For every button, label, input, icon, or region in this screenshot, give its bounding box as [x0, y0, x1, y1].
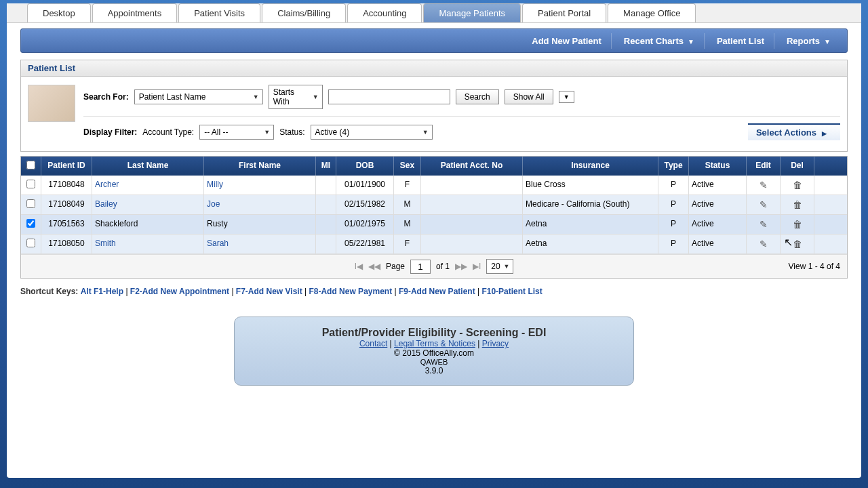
trash-icon[interactable]: 🗑	[793, 180, 802, 190]
shortcuts-label: Shortcut Keys:	[20, 287, 78, 296]
copyright-text: © 2015 OfficeAlly.com	[244, 348, 624, 358]
main-tabs: DesktopAppointmentsPatient VisitsClaims/…	[7, 3, 861, 23]
cell-acct	[421, 195, 523, 214]
table-row: 17108048ArcherMilly01/01/1900FBlue Cross…	[21, 176, 847, 195]
table-row: 17108050SmithSarah05/22/1981FAetnaPActiv…	[21, 235, 847, 254]
search-options-dropdown[interactable]: ▼	[559, 91, 574, 103]
col-type[interactable]: Type	[658, 157, 689, 176]
search-field-select[interactable]: Patient Last Name	[134, 89, 263, 104]
panel-title: Patient List	[21, 60, 847, 77]
row-checkbox[interactable]	[26, 239, 35, 247]
cell-first-name[interactable]: Joe	[207, 199, 220, 209]
cell-last-name[interactable]: Bailey	[95, 199, 117, 209]
first-page-icon[interactable]: I◀	[355, 262, 363, 271]
cell-last-name[interactable]: Archer	[95, 180, 119, 189]
select-all-checkbox[interactable]	[26, 161, 35, 169]
per-page-select[interactable]: 20	[486, 259, 513, 274]
shortcut-keys: Shortcut Keys: Alt F1-Help | F2-Add New …	[20, 287, 848, 296]
pencil-icon[interactable]: ✎	[760, 199, 768, 210]
cell-dob: 01/01/1900	[336, 176, 394, 195]
shortcut-link[interactable]: F8-Add New Payment	[309, 287, 392, 296]
search-button[interactable]: Search	[456, 89, 499, 104]
cell-sex: F	[394, 176, 421, 195]
reports-button[interactable]: Reports▼	[777, 33, 840, 49]
pencil-icon[interactable]: ✎	[760, 180, 768, 190]
status-label: Status:	[279, 127, 304, 137]
col-status[interactable]: Status	[689, 157, 747, 176]
col-insurance[interactable]: Insurance	[523, 157, 658, 176]
cell-dob: 01/02/1975	[336, 215, 394, 234]
account-type-select[interactable]: -- All --	[199, 125, 274, 140]
patient-list-button[interactable]: Patient List	[707, 33, 774, 49]
cell-mi	[316, 235, 336, 253]
grid-header: Patient ID Last Name First Name MI DOB S…	[21, 157, 847, 176]
version-text: 3.9.0	[244, 366, 624, 375]
cell-last-name: Shackleford	[95, 219, 138, 228]
shortcut-link[interactable]: F2-Add New Appointment	[130, 287, 229, 296]
select-actions-button[interactable]: Select Actions	[748, 123, 840, 140]
cell-mi	[316, 215, 336, 234]
shortcut-link[interactable]: Alt F1-Help	[81, 287, 123, 296]
tab-appointments[interactable]: Appointments	[92, 3, 178, 22]
tab-claims-billing[interactable]: Claims/Billing	[262, 3, 346, 22]
pencil-icon[interactable]: ✎	[760, 239, 768, 249]
server-text: QAWEB	[244, 358, 624, 366]
pencil-icon[interactable]: ✎	[760, 219, 768, 230]
chevron-down-icon: ▼	[824, 38, 831, 45]
cell-insurance: Blue Cross	[523, 176, 658, 195]
search-input[interactable]	[328, 89, 450, 104]
row-checkbox[interactable]	[26, 219, 35, 228]
decorative-image	[28, 85, 75, 122]
cell-first-name[interactable]: Milly	[207, 180, 223, 189]
col-first-name[interactable]: First Name	[204, 157, 316, 176]
cell-mi	[316, 176, 336, 195]
cell-sex: M	[394, 195, 421, 214]
search-match-select[interactable]: Starts With	[269, 85, 323, 109]
cell-dob: 05/22/1981	[336, 235, 394, 253]
privacy-link[interactable]: Privacy	[482, 339, 509, 348]
tab-accounting[interactable]: Accounting	[347, 3, 422, 22]
trash-icon[interactable]: 🗑	[793, 239, 802, 249]
cell-status: Active	[689, 215, 747, 234]
recent-charts-button[interactable]: Recent Charts▼	[614, 33, 705, 49]
col-patient-id[interactable]: Patient ID	[41, 157, 92, 176]
tab-patient-visits[interactable]: Patient Visits	[178, 3, 260, 22]
tab-manage-office[interactable]: Manage Office	[608, 3, 696, 22]
col-mi[interactable]: MI	[316, 157, 336, 176]
col-edit: Edit	[747, 157, 781, 176]
patient-grid: Patient ID Last Name First Name MI DOB S…	[20, 156, 848, 279]
tab-manage-patients[interactable]: Manage Patients	[423, 3, 521, 22]
cell-acct	[421, 176, 523, 195]
tab-patient-portal[interactable]: Patient Portal	[522, 3, 606, 22]
row-checkbox[interactable]	[26, 199, 35, 208]
tab-desktop[interactable]: Desktop	[27, 3, 91, 22]
show-all-button[interactable]: Show All	[505, 89, 553, 104]
status-select[interactable]: Active (4)	[311, 125, 433, 140]
legal-link[interactable]: Legal Terms & Notices	[394, 339, 475, 348]
shortcut-link[interactable]: F9-Add New Patient	[399, 287, 475, 296]
page-input[interactable]	[410, 260, 431, 274]
shortcut-link[interactable]: F7-Add New Visit	[236, 287, 302, 296]
patient-list-panel: Patient List Search For: Patient Last Na…	[20, 60, 848, 152]
trash-icon[interactable]: 🗑	[793, 199, 802, 210]
cell-type: P	[658, 215, 689, 234]
cell-type: P	[658, 235, 689, 253]
cell-last-name[interactable]: Smith	[95, 239, 116, 248]
cell-first-name[interactable]: Sarah	[207, 239, 229, 248]
next-page-icon[interactable]: ▶▶	[455, 262, 467, 271]
search-for-label: Search For:	[83, 92, 129, 102]
trash-icon[interactable]: 🗑	[793, 219, 802, 230]
col-dob[interactable]: DOB	[336, 157, 394, 176]
contact-link[interactable]: Contact	[359, 339, 387, 348]
cell-type: P	[658, 195, 689, 214]
last-page-icon[interactable]: ▶I	[473, 262, 481, 271]
pager: I◀ ◀◀ Page of 1 ▶▶ ▶I 20 View 1 - 4 of 4	[21, 254, 847, 278]
add-new-patient-button[interactable]: Add New Patient	[522, 33, 612, 49]
row-checkbox[interactable]	[26, 180, 35, 188]
shortcut-link[interactable]: F10-Patient List	[481, 287, 542, 296]
col-sex[interactable]: Sex	[394, 157, 421, 176]
page-of-label: of 1	[436, 262, 450, 271]
col-last-name[interactable]: Last Name	[92, 157, 204, 176]
col-acct-no[interactable]: Patient Acct. No	[421, 157, 523, 176]
prev-page-icon[interactable]: ◀◀	[368, 262, 380, 271]
